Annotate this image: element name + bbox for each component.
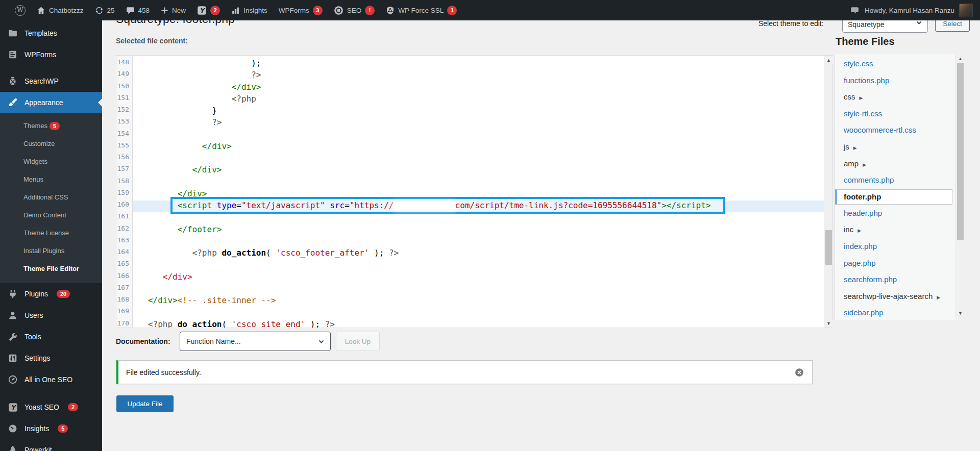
avatar[interactable] bbox=[959, 4, 973, 17]
sidebar-item-powerkit[interactable]: Powerkit bbox=[0, 439, 102, 451]
editor-vertical-scrollbar[interactable]: ▲ ▼ bbox=[824, 56, 832, 328]
howdy-greeting[interactable]: Howdy, Kamrul Hasan Ranzu bbox=[865, 7, 954, 14]
admin-bar-item-wp-force-ssl[interactable]: WP Force SSL1 bbox=[380, 0, 462, 20]
chat-bubble-icon[interactable] bbox=[845, 0, 865, 20]
code-line-164[interactable]: <?php do_action( 'csco_footer_after' ); … bbox=[133, 248, 824, 260]
admin-bar-item-wpforms[interactable]: WPForms3 bbox=[273, 0, 328, 20]
submenu-item-install-plugins[interactable]: Install Plugins bbox=[0, 242, 102, 260]
look-up-button[interactable]: Look Up bbox=[336, 332, 380, 351]
code-line-161[interactable] bbox=[133, 212, 824, 224]
theme-file-woocommerce-rtl-css[interactable]: woocommerce-rtl.css bbox=[835, 122, 955, 139]
admin-bar-item-updates[interactable]: 25 bbox=[89, 0, 120, 20]
theme-file-style-rtl-css[interactable]: style-rtl.css bbox=[835, 106, 955, 122]
sidebar-item-yoast-seo[interactable]: YYoast SEO2 bbox=[0, 396, 102, 418]
submenu-item-customize[interactable]: Customize bbox=[0, 135, 102, 153]
code-line-158[interactable] bbox=[133, 177, 824, 189]
gauge-icon bbox=[8, 424, 18, 433]
theme-file-style-css[interactable]: style.css bbox=[835, 56, 955, 72]
plus-icon bbox=[161, 7, 168, 14]
admin-bar-item-yoast[interactable]: Y2 bbox=[191, 0, 226, 20]
code-editor[interactable]: 1481491501511521531541551561571581591601… bbox=[116, 55, 833, 328]
code-line-150[interactable]: </div> bbox=[133, 82, 824, 94]
code-line-160[interactable]: <script type="text/javascript" src="http… bbox=[133, 201, 824, 212]
admin-bar-item-site-name[interactable]: Chatbotzzz bbox=[31, 0, 89, 20]
submenu-item-menus[interactable]: Menus bbox=[0, 170, 102, 188]
theme-file-footer-php[interactable]: footer.php bbox=[835, 189, 952, 205]
sidebar-item-users[interactable]: Users bbox=[0, 305, 102, 326]
code-line-153[interactable]: ?> bbox=[133, 117, 824, 129]
theme-file-functions-php[interactable]: functions.php bbox=[835, 72, 955, 89]
submenu-item-theme-file-editor[interactable]: Theme File Editor bbox=[0, 260, 102, 278]
sidebar-item-searchwp[interactable]: SearchWP bbox=[0, 70, 102, 92]
code-line-155[interactable]: </div> bbox=[133, 141, 824, 153]
theme-file-inc[interactable]: inc▶ bbox=[835, 221, 955, 238]
theme-files-scrollbar-thumb[interactable] bbox=[957, 63, 964, 240]
admin-bar-item-wp-logo[interactable]: W bbox=[9, 0, 31, 20]
editor-scrollbar-thumb[interactable] bbox=[825, 230, 832, 265]
code-line-156[interactable] bbox=[133, 153, 824, 165]
submenu-item-theme-license[interactable]: Theme License bbox=[0, 224, 102, 242]
scroll-down-arrow-icon[interactable]: ▼ bbox=[956, 309, 965, 317]
theme-files-scrollbar[interactable]: ▲ ▼ bbox=[955, 54, 964, 317]
line-number: 149 bbox=[116, 70, 132, 82]
theme-file-searchwp-live-ajax-search[interactable]: searchwp-live-ajax-search▶ bbox=[835, 288, 955, 305]
admin-bar-account[interactable]: Howdy, Kamrul Hasan Ranzu bbox=[845, 0, 980, 20]
code-line-166[interactable]: </div> bbox=[133, 272, 824, 284]
submenu-item-additional-css[interactable]: Additional CSS bbox=[0, 188, 102, 206]
code-line-154[interactable] bbox=[133, 130, 824, 141]
code-area[interactable]: ); ?> </div> <?php } ?> </div> </div> </… bbox=[133, 58, 824, 328]
code-line-165[interactable] bbox=[133, 260, 824, 271]
documentation-select[interactable]: Function Name... bbox=[180, 332, 331, 351]
code-line-148[interactable]: ); bbox=[133, 58, 824, 70]
sidebar-item-wpforms[interactable]: WPForms bbox=[0, 44, 102, 65]
highlighted-script-line-box: <script type="text/javascript" src="http… bbox=[170, 197, 725, 214]
submenu-item-themes[interactable]: Themes5 bbox=[0, 117, 102, 135]
sidebar-item-label: Yoast SEO bbox=[24, 403, 59, 411]
submenu-item-demo-content[interactable]: Demo Content bbox=[0, 206, 102, 224]
home-icon bbox=[37, 6, 45, 15]
sidebar-item-all-in-one-seo[interactable]: All in One SEO bbox=[0, 369, 102, 390]
scroll-up-arrow-icon[interactable]: ▲ bbox=[956, 54, 965, 63]
code-line-170[interactable]: <?php do_action( 'csco_site_end' ); ?> bbox=[133, 319, 824, 328]
submenu-item-widgets[interactable]: Widgets bbox=[0, 153, 102, 170]
sidebar-item-insights[interactable]: Insights5 bbox=[0, 418, 102, 439]
sidebar-item-label: Plugins bbox=[24, 290, 48, 298]
dismiss-notice-icon[interactable] bbox=[795, 368, 804, 379]
code-line-162[interactable]: </footer> bbox=[133, 224, 824, 236]
sidebar-item-label: WPForms bbox=[24, 51, 56, 59]
admin-bar-item-insights[interactable]: Insights bbox=[226, 0, 273, 20]
code-line-163[interactable] bbox=[133, 236, 824, 248]
code-line-167[interactable] bbox=[133, 284, 824, 295]
admin-bar-item-comments[interactable]: 458 bbox=[120, 0, 156, 20]
code-line-152[interactable]: } bbox=[133, 106, 824, 117]
code-line-151[interactable]: <?php bbox=[133, 94, 824, 106]
sidebar-item-label: Users bbox=[24, 311, 43, 319]
scroll-down-arrow-icon[interactable]: ▼ bbox=[824, 319, 833, 328]
update-file-button[interactable]: Update File bbox=[116, 395, 174, 412]
admin-bar-item-new-content[interactable]: New bbox=[155, 0, 191, 20]
theme-file-header-php[interactable]: header.php bbox=[835, 205, 955, 222]
code-line-149[interactable]: ?> bbox=[133, 70, 824, 82]
theme-file-searchform-php[interactable]: searchform.php bbox=[835, 271, 955, 288]
theme-file-amp[interactable]: amp▶ bbox=[835, 156, 955, 172]
theme-file-sidebar-php[interactable]: sidebar.php bbox=[835, 305, 955, 320]
wrench-icon bbox=[8, 332, 18, 341]
scroll-up-arrow-icon[interactable]: ▲ bbox=[824, 56, 833, 64]
sidebar-item-templates[interactable]: Templates bbox=[0, 22, 102, 44]
sidebar-item-settings[interactable]: Settings bbox=[0, 347, 102, 369]
admin-bar-item-seo[interactable]: SEO! bbox=[328, 0, 381, 20]
file-name: header.php bbox=[844, 209, 882, 217]
code-line-168[interactable]: </div><!-- .site-inner --> bbox=[133, 295, 824, 307]
theme-file-js[interactable]: js▶ bbox=[835, 139, 955, 156]
file-name: style-rtl.css bbox=[844, 109, 882, 118]
code-line-169[interactable] bbox=[133, 307, 824, 319]
theme-file-index-php[interactable]: index.php bbox=[835, 238, 955, 255]
sidebar-item-plugins[interactable]: Plugins20 bbox=[0, 283, 102, 305]
sidebar-item-appearance[interactable]: Appearance bbox=[0, 92, 102, 113]
sidebar-item-tools[interactable]: Tools bbox=[0, 326, 102, 347]
theme-file-page-php[interactable]: page.php bbox=[835, 255, 955, 272]
code-line-157[interactable]: </div> bbox=[133, 165, 824, 177]
count-badge: 2 bbox=[68, 403, 78, 411]
theme-file-comments-php[interactable]: comments.php bbox=[835, 172, 955, 189]
theme-file-css[interactable]: css▶ bbox=[835, 89, 955, 106]
